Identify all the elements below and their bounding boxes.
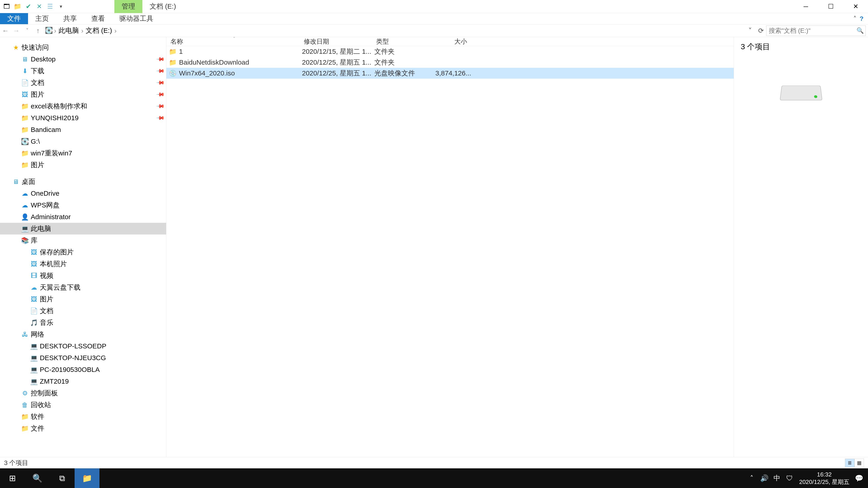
tree-item[interactable]: 🎵音乐	[0, 317, 166, 328]
tree-item[interactable]: 📄文档📌	[0, 77, 166, 89]
start-button[interactable]: ⊞	[0, 468, 25, 488]
address-dropdown-icon[interactable]: ˅	[745, 27, 755, 35]
back-button[interactable]: ←	[0, 25, 11, 36]
close-icon[interactable]: ✕	[34, 2, 44, 11]
col-name[interactable]: 名称˄	[166, 37, 300, 46]
column-headers[interactable]: 名称˄ 修改日期 类型 大小	[166, 37, 734, 46]
tree-item[interactable]: 🖼本机照片	[0, 258, 166, 270]
tab-home[interactable]: 主页	[28, 13, 56, 24]
tree-item[interactable]: 💻PC-20190530OBLA	[0, 364, 166, 376]
up-button[interactable]: ↑	[33, 25, 43, 36]
maximize-button[interactable]: ☐	[818, 0, 843, 13]
file-name: BaiduNetdiskDownload	[179, 59, 302, 66]
tree-item[interactable]: 💻ZMT2019	[0, 376, 166, 387]
clock[interactable]: 16:32 2020/12/25, 星期五	[796, 471, 852, 486]
close-button[interactable]: ✕	[843, 0, 868, 13]
tab-drive-tools[interactable]: 驱动器工具	[112, 13, 160, 24]
taskbar[interactable]: ⊞ 🔍 ⧉ 📁 ˄ 🔊 中 🛡 16:32 2020/12/25, 星期五 💬	[0, 468, 868, 488]
tree-item[interactable]: 💻DESKTOP-NJEU3CG	[0, 352, 166, 364]
search-button[interactable]: 🔍	[25, 468, 50, 488]
file-name: 1	[179, 48, 302, 55]
search-icon[interactable]: 🔍	[855, 27, 866, 34]
context-tab-manage[interactable]: 管理	[114, 0, 143, 13]
ribbon-collapse-icon[interactable]: ˄	[853, 15, 857, 22]
tree-item[interactable]: 📁excel表格制作求和📌	[0, 100, 166, 112]
tab-share[interactable]: 共享	[56, 13, 84, 24]
tray-chevron-icon[interactable]: ˄	[745, 468, 758, 488]
props-icon[interactable]: ☰	[45, 2, 55, 11]
minimize-button[interactable]: ─	[794, 0, 818, 13]
tree-item[interactable]: 💻DESKTOP-LSSOEDP	[0, 340, 166, 352]
col-size[interactable]: 大小	[433, 37, 469, 46]
chevron-right-icon[interactable]: ›	[80, 27, 84, 35]
chevron-right-icon[interactable]: ›	[53, 27, 57, 35]
music-icon: 🎵	[30, 319, 38, 327]
tree-this-pc[interactable]: 💻此电脑	[0, 223, 166, 234]
chevron-right-icon[interactable]: ›	[114, 27, 118, 35]
tree-item[interactable]: 📁软件	[0, 411, 166, 422]
cloud-icon: ☁	[21, 189, 29, 197]
col-type[interactable]: 类型	[372, 37, 433, 46]
file-date: 2020/12/25, 星期五 1...	[302, 58, 374, 67]
tree-item[interactable]: 📁YUNQISHI2019📌	[0, 112, 166, 124]
action-center-icon[interactable]: 💬	[852, 468, 865, 488]
preview-thumb	[741, 84, 861, 102]
tree-item[interactable]: 🖼图片📌	[0, 89, 166, 100]
crumb-this-pc[interactable]: 此电脑	[57, 26, 80, 35]
tree-item[interactable]: ☁天翼云盘下载	[0, 282, 166, 293]
file-row[interactable]: 📁 BaiduNetdiskDownload 2020/12/25, 星期五 1…	[166, 57, 734, 68]
tree-item[interactable]: 🖼保存的图片	[0, 246, 166, 258]
file-row[interactable]: 📁 1 2020/12/15, 星期二 1... 文件夹	[166, 46, 734, 57]
cloud-icon: ☁	[30, 283, 38, 291]
ime-icon[interactable]: 中	[771, 468, 783, 488]
tree-item[interactable]: 🖼图片	[0, 293, 166, 305]
tree-item[interactable]: 👤Administrator	[0, 211, 166, 223]
qat-dropdown-icon[interactable]: ▾	[56, 2, 66, 11]
tree-item[interactable]: 🖥Desktop📌	[0, 53, 166, 65]
security-icon[interactable]: 🛡	[783, 468, 796, 488]
tab-view[interactable]: 查看	[84, 13, 112, 24]
view-icons-button[interactable]: ▦	[855, 459, 864, 467]
tree-recycle-bin[interactable]: 🗑回收站	[0, 399, 166, 411]
tab-file[interactable]: 文件	[0, 13, 28, 24]
explorer-taskbar-icon[interactable]: 📁	[74, 468, 99, 488]
tree-item[interactable]: 📁win7重装win7	[0, 147, 166, 159]
forward-button[interactable]: →	[11, 25, 22, 36]
tree-item[interactable]: ☁OneDrive	[0, 188, 166, 199]
help-icon[interactable]: ?	[860, 15, 864, 22]
search-box[interactable]: 🔍	[766, 26, 866, 36]
search-input[interactable]	[767, 27, 855, 34]
tree-item[interactable]: 📁Bandicam	[0, 124, 166, 135]
refresh-icon[interactable]: ⟳	[755, 27, 766, 35]
folder-icon: 📁	[21, 424, 29, 432]
tree-desktop[interactable]: 🖥桌面	[0, 176, 166, 188]
breadcrumb[interactable]: 💽 › 此电脑 › 文档 (E:) ›	[43, 25, 745, 36]
file-row[interactable]: 💿 Win7x64_2020.iso 2020/12/25, 星期五 1... …	[166, 68, 734, 78]
crumb-drive-e[interactable]: 文档 (E:)	[84, 26, 114, 35]
tree-item[interactable]: ☁WPS网盘	[0, 199, 166, 211]
tree-network[interactable]: 🖧网络	[0, 328, 166, 340]
ribbon: 文件 主页 共享 查看 驱动器工具 ˄ ?	[0, 13, 868, 24]
tree-item[interactable]: 💽G:\	[0, 135, 166, 147]
col-date[interactable]: 修改日期	[300, 37, 372, 46]
volume-icon[interactable]: 🔊	[758, 468, 771, 488]
task-view-button[interactable]: ⧉	[50, 468, 74, 488]
check-icon[interactable]: ✔	[24, 2, 33, 11]
nav-tree[interactable]: ★快速访问 🖥Desktop📌 ⬇下载📌 📄文档📌 🖼图片📌 📁excel表格制…	[0, 37, 166, 457]
tree-quick-access[interactable]: ★快速访问	[0, 41, 166, 53]
recycle-icon: 🗑	[21, 401, 29, 409]
file-date: 2020/12/15, 星期二 1...	[302, 47, 374, 56]
address-bar: ← → ˅ ↑ 💽 › 此电脑 › 文档 (E:) › ˅ ⟳ 🔍	[0, 24, 868, 37]
tree-item[interactable]: ⬇下载📌	[0, 65, 166, 77]
recent-dropdown[interactable]: ˅	[22, 25, 33, 36]
tree-libraries[interactable]: 📚库	[0, 234, 166, 246]
file-list[interactable]: 名称˄ 修改日期 类型 大小 📁 1 2020/12/15, 星期二 1... …	[166, 37, 734, 457]
tree-item[interactable]: 📁文件	[0, 422, 166, 434]
view-details-button[interactable]: ≣	[845, 459, 855, 467]
tree-control-panel[interactable]: ⚙控制面板	[0, 387, 166, 399]
network-icon: 🖧	[21, 330, 29, 338]
sort-asc-icon: ˄	[233, 37, 235, 41]
tree-item[interactable]: 📄文档	[0, 305, 166, 317]
tree-item[interactable]: 📁图片	[0, 159, 166, 171]
tree-item[interactable]: 🎞视频	[0, 270, 166, 282]
